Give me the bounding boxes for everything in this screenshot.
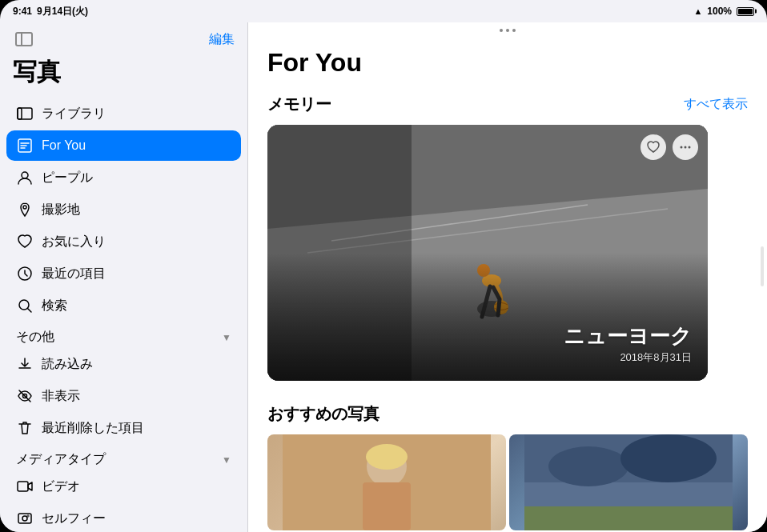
- sidebar-item-library[interactable]: ライブラリ: [6, 98, 241, 129]
- page-title: For You: [267, 48, 748, 78]
- people-label: ピープル: [42, 170, 93, 186]
- sidebar-header: 編集: [0, 22, 247, 51]
- other-chevron-icon: ▼: [222, 332, 231, 343]
- svg-rect-8: [18, 482, 28, 491]
- memory-more-button[interactable]: [673, 134, 698, 160]
- svg-point-29: [689, 146, 691, 149]
- memory-like-button[interactable]: [641, 134, 666, 160]
- library-label: ライブラリ: [42, 106, 106, 122]
- hidden-icon: [16, 387, 34, 405]
- search-icon: [16, 297, 34, 314]
- sidebar-item-people[interactable]: ピープル: [6, 162, 241, 193]
- memory-card[interactable]: ニューヨーク 2018年8月31日: [267, 125, 708, 381]
- edit-button[interactable]: 編集: [209, 31, 235, 48]
- svg-rect-9: [18, 514, 31, 523]
- sidebar-toggle-icon: [15, 32, 33, 46]
- sidebar-item-recently-deleted[interactable]: 最近削除した項目: [6, 413, 241, 443]
- main-content: For You メモリー すべて表示: [248, 22, 767, 532]
- suggested-photo-1[interactable]: [267, 434, 506, 530]
- sidebar-item-places[interactable]: 撮影地: [6, 194, 241, 225]
- svg-point-22: [477, 301, 506, 317]
- svg-point-4: [23, 206, 26, 209]
- media-type-section-header[interactable]: メディアタイプ ▼: [6, 445, 241, 471]
- memory-actions: [641, 134, 698, 160]
- svg-point-10: [22, 516, 27, 521]
- content-area: For You メモリー すべて表示: [248, 35, 767, 532]
- battery-percent: 100%: [707, 6, 732, 17]
- status-left: 9:41 9月14日(火): [13, 5, 88, 18]
- sidebar-item-hidden[interactable]: 非表示: [6, 381, 241, 411]
- svg-point-25: [494, 300, 508, 314]
- sidebar-item-video[interactable]: ビデオ: [6, 471, 241, 502]
- import-icon: [16, 355, 34, 373]
- status-right: ▲ 100%: [693, 6, 754, 17]
- sidebar-item-selfie[interactable]: セルフィー: [6, 503, 241, 532]
- hidden-label: 非表示: [42, 388, 80, 405]
- sidebar: 編集 写真 ライブラリ: [0, 22, 248, 532]
- svg-point-33: [366, 444, 408, 470]
- svg-rect-1: [18, 108, 22, 119]
- see-all-button[interactable]: すべて表示: [684, 96, 748, 113]
- for-you-icon: [16, 137, 34, 154]
- svg-rect-11: [27, 515, 29, 517]
- svg-point-28: [685, 146, 687, 149]
- svg-rect-38: [524, 506, 733, 530]
- main-header: [248, 22, 767, 35]
- suggested-title: おすすめの写真: [267, 403, 748, 425]
- for-you-label: For You: [42, 138, 86, 153]
- date-display: 9月14日(火): [37, 5, 88, 18]
- selfie-icon: [16, 510, 34, 527]
- svg-point-24: [477, 264, 490, 277]
- memory-location: ニューヨーク: [564, 322, 692, 350]
- suggested-section: おすすめの写真: [267, 403, 748, 530]
- sidebar-item-import[interactable]: 読み込み: [6, 349, 241, 379]
- library-icon: [16, 105, 34, 122]
- memory-date: 2018年8月31日: [564, 350, 692, 365]
- dot-1: [500, 29, 503, 32]
- sidebar-title: 写真: [0, 51, 247, 98]
- battery-icon: [737, 7, 754, 16]
- selfie-label: セルフィー: [42, 510, 106, 527]
- memories-section-header: メモリー すべて表示: [267, 94, 748, 115]
- home-indicator[interactable]: [761, 246, 764, 286]
- recently-deleted-label: 最近削除した項目: [42, 420, 144, 437]
- places-label: 撮影地: [42, 202, 80, 218]
- svg-point-36: [548, 446, 628, 486]
- svg-point-3: [22, 172, 28, 178]
- other-section-header[interactable]: その他 ▼: [6, 322, 241, 349]
- media-type-chevron-icon: ▼: [222, 454, 231, 466]
- suggested-photo-2[interactable]: [509, 434, 748, 530]
- dot-3: [512, 29, 516, 32]
- svg-point-37: [620, 434, 717, 482]
- dots-menu[interactable]: [500, 29, 516, 32]
- search-label: 検索: [42, 298, 67, 314]
- app-container: 編集 写真 ライブラリ: [0, 22, 767, 532]
- suggested-photos-grid: [267, 434, 748, 530]
- status-bar: 9:41 9月14日(火) ▲ 100%: [0, 0, 767, 22]
- sidebar-item-search[interactable]: 検索: [6, 290, 241, 321]
- wifi-icon: ▲: [693, 6, 702, 16]
- people-icon: [16, 169, 34, 186]
- sidebar-nav: ライブラリ For You: [0, 98, 247, 532]
- sidebar-item-recent[interactable]: 最近の項目: [6, 258, 241, 289]
- other-section-label: その他: [16, 329, 54, 346]
- favorites-icon: [16, 233, 34, 250]
- recent-icon: [16, 265, 34, 282]
- sidebar-toggle-button[interactable]: [13, 30, 35, 48]
- memories-title: メモリー: [267, 94, 331, 115]
- recent-label: 最近の項目: [42, 266, 106, 282]
- import-label: 読み込み: [42, 356, 93, 373]
- sidebar-item-favorites[interactable]: お気に入り: [6, 226, 241, 257]
- memory-background: ニューヨーク 2018年8月31日: [267, 125, 708, 381]
- sidebar-item-for-you[interactable]: For You: [6, 130, 241, 161]
- svg-point-27: [681, 146, 683, 149]
- media-type-section-label: メディアタイプ: [16, 451, 106, 468]
- favorites-label: お気に入り: [42, 234, 106, 250]
- dot-2: [506, 29, 509, 32]
- places-icon: [16, 201, 34, 218]
- svg-rect-0: [18, 108, 32, 119]
- svg-rect-32: [363, 482, 411, 530]
- video-icon: [16, 478, 34, 495]
- video-label: ビデオ: [42, 478, 80, 495]
- memory-text: ニューヨーク 2018年8月31日: [564, 322, 692, 365]
